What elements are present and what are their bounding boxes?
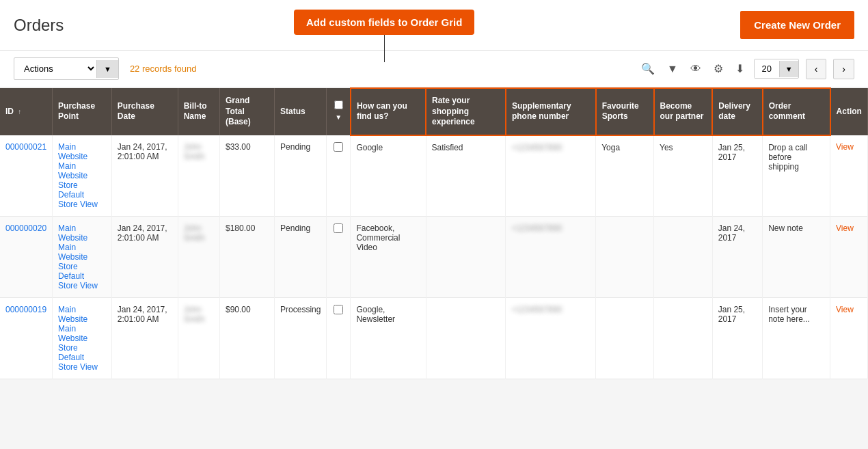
cell-delivery-date: Jan 24, 2017	[712, 216, 762, 297]
actions-dropdown-button[interactable]: ▼	[96, 60, 118, 78]
filter-icon[interactable]: ▼	[664, 60, 681, 78]
cell-status: Processing	[275, 297, 327, 379]
purchase-point-link[interactable]: Default Store View	[58, 353, 98, 372]
cell-order-comment: Insert your note here...	[763, 297, 830, 379]
cell-id: 000000019	[0, 297, 53, 379]
cell-checkbox	[327, 135, 351, 217]
purchase-point-link[interactable]: Main Website Store	[58, 324, 87, 353]
row-select-checkbox[interactable]	[334, 305, 343, 314]
purchase-point-link[interactable]: Main Website	[58, 305, 87, 324]
cell-action: View	[830, 135, 868, 217]
cell-supp-phone: +1234567890	[506, 216, 596, 297]
cell-how-find: Google, Newsletter	[351, 297, 426, 379]
per-page-input[interactable]	[755, 59, 779, 78]
col-delivery-date: Delivery date	[712, 88, 762, 135]
row-select-checkbox[interactable]	[334, 142, 343, 152]
cell-how-find: Facebook, Commercial Video	[351, 216, 426, 297]
cell-status: Pending	[275, 216, 327, 297]
orders-table-wrap: ID ↑ Purchase Point Purchase Date Bill-t…	[0, 87, 868, 379]
records-count: 22 records found	[130, 64, 197, 74]
purchase-point-link[interactable]: Main Website Store	[58, 161, 87, 190]
table-row: 000000021Main WebsiteMain Website StoreD…	[0, 135, 868, 217]
cell-delivery-date: Jan 25, 2017	[712, 135, 762, 217]
row-select-checkbox[interactable]	[334, 223, 343, 233]
callout-box: Add custom fields to Order Grid	[294, 10, 474, 35]
table-row: 000000020Main WebsiteMain Website StoreD…	[0, 216, 868, 297]
cell-bill-to-name: John Smith	[178, 216, 219, 297]
toolbar-right: 🔍 ▼ 👁 ⚙ ⬇ ▼ ‹ ›	[638, 59, 854, 79]
col-grand-total: Grand Total (Base)	[220, 88, 275, 135]
cell-bill-to-name: John Smith	[178, 297, 219, 379]
select-all-checkbox[interactable]	[334, 100, 343, 109]
create-order-button[interactable]: Create New Order	[740, 11, 854, 39]
callout-line	[384, 35, 385, 62]
cell-grand-total: $90.00	[220, 297, 275, 379]
action-view-link[interactable]: View	[836, 223, 854, 233]
cell-rate-exp: Satisfied	[426, 135, 506, 217]
action-view-link[interactable]: View	[836, 142, 854, 152]
cell-purchase-date: Jan 24, 2017, 2:01:00 AM	[111, 135, 178, 217]
search-icon[interactable]: 🔍	[638, 59, 657, 78]
purchase-point-link[interactable]: Main Website	[58, 142, 87, 161]
order-id-link[interactable]: 000000021	[5, 142, 46, 152]
cell-fav-sports: Yoga	[596, 135, 654, 217]
next-page-button[interactable]: ›	[833, 59, 854, 79]
cell-become-partner	[654, 297, 713, 379]
col-become-partner: Become our partner	[654, 88, 713, 135]
purchase-point-link[interactable]: Main Website Store	[58, 243, 87, 271]
callout-wrapper: Add custom fields to Order Grid	[294, 10, 474, 62]
cell-rate-exp	[426, 216, 506, 297]
cell-purchase-date: Jan 24, 2017, 2:01:00 AM	[111, 297, 178, 379]
purchase-point-link[interactable]: Default Store View	[58, 271, 98, 290]
per-page-wrap: ▼	[754, 59, 799, 79]
purchase-point-link[interactable]: Default Store View	[58, 190, 98, 209]
download-icon[interactable]: ⬇	[733, 59, 747, 78]
cell-become-partner	[654, 216, 713, 297]
cell-how-find: Google	[351, 135, 426, 217]
col-order-comment: Order comment	[763, 88, 830, 135]
action-view-link[interactable]: View	[836, 305, 854, 314]
table-row: 000000019Main WebsiteMain Website StoreD…	[0, 297, 868, 379]
cell-purchase-point: Main WebsiteMain Website StoreDefault St…	[53, 135, 112, 217]
table-body: 000000021Main WebsiteMain Website StoreD…	[0, 135, 868, 379]
cell-delivery-date: Jan 25, 2017	[712, 297, 762, 379]
page-title: Orders	[14, 16, 64, 35]
cell-purchase-point: Main WebsiteMain Website StoreDefault St…	[53, 297, 112, 379]
prev-page-button[interactable]: ‹	[806, 59, 827, 79]
cell-rate-exp	[426, 297, 506, 379]
callout-text: Add custom fields to Order Grid	[306, 16, 462, 28]
cell-supp-phone: +1234567890	[506, 135, 596, 217]
cell-status: Pending	[275, 135, 327, 217]
col-supp-phone: Supplementary phone number	[506, 88, 596, 135]
per-page-dropdown-button[interactable]: ▼	[779, 61, 798, 77]
col-fav-sports: Favourite Sports	[596, 88, 654, 135]
col-action: Action	[830, 88, 868, 135]
actions-select[interactable]: Actions	[14, 58, 96, 79]
orders-table: ID ↑ Purchase Point Purchase Date Bill-t…	[0, 87, 868, 379]
col-purchase-point: Purchase Point	[53, 88, 112, 135]
actions-select-wrap: Actions ▼	[14, 57, 119, 80]
cell-purchase-date: Jan 24, 2017, 2:01:00 AM	[111, 216, 178, 297]
cell-purchase-point: Main WebsiteMain Website StoreDefault St…	[53, 216, 112, 297]
cell-action: View	[830, 297, 868, 379]
eye-icon[interactable]: 👁	[688, 60, 704, 78]
cell-grand-total: $180.00	[220, 216, 275, 297]
col-purchase-date: Purchase Date	[111, 88, 178, 135]
cell-fav-sports	[596, 216, 654, 297]
cell-order-comment: New note	[763, 216, 830, 297]
cell-grand-total: $33.00	[220, 135, 275, 217]
cell-bill-to-name: John Smith	[178, 135, 219, 217]
order-id-link[interactable]: 000000020	[5, 223, 46, 233]
cell-become-partner: Yes	[654, 135, 713, 217]
col-bill-to-name: Bill-to Name	[178, 88, 219, 135]
purchase-point-link[interactable]: Main Website	[58, 223, 87, 243]
col-how-find: How can you find us?	[351, 88, 426, 135]
toolbar: Add custom fields to Order Grid Actions …	[0, 51, 868, 87]
col-status: Status	[275, 88, 327, 135]
cell-supp-phone: +1234567890	[506, 297, 596, 379]
gear-icon[interactable]: ⚙	[711, 59, 726, 78]
cell-action: View	[830, 216, 868, 297]
order-id-link[interactable]: 000000019	[5, 305, 46, 314]
col-rate-exp: Rate your shopping experience	[426, 88, 506, 135]
cell-checkbox	[327, 216, 351, 297]
